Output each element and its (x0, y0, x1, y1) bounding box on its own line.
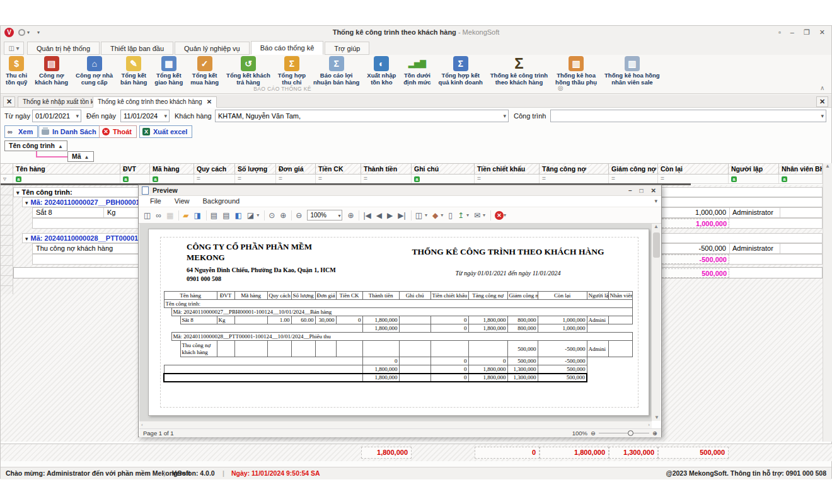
preview-vertical-scrollbar[interactable]: ▲▼ (651, 224, 661, 421)
zoom-out-icon[interactable]: ⊖ (591, 429, 596, 437)
zoom-slider-thumb[interactable] (628, 430, 633, 436)
doc-tab-cong-trinh-theo-khach-hang[interactable]: Thống kê công trình theo khách hàng✕ (93, 96, 217, 108)
project-select[interactable]: ▾ (550, 110, 826, 122)
grid-vertical-scrollbar[interactable]: ▲ (823, 163, 832, 442)
filter-cell[interactable]: = (235, 175, 276, 183)
watermark-icon[interactable]: ◆ (432, 211, 438, 220)
filter-cell[interactable]: = (316, 175, 361, 183)
customer-select[interactable]: KHTAM, Nguyễn Văn Tam,▾ (215, 110, 509, 122)
filter-cell[interactable]: = (276, 175, 316, 183)
chevron-down-icon[interactable]: ▾ (441, 212, 443, 218)
grid-col-con-lai[interactable]: Còn lại (658, 164, 729, 174)
ribbon-item-tong-ket-ban-hang[interactable]: ✎Tổng kết bán hàng (117, 55, 151, 87)
ribbon-item-cong-no-khach-hang[interactable]: ▤Công nợ khách hàng (31, 55, 72, 87)
fullscreen-icon[interactable]: ▫ (778, 28, 781, 37)
filter-cell[interactable]: = (475, 175, 540, 183)
save-icon[interactable]: ◨ (194, 211, 200, 220)
prev-page-icon[interactable]: ◀ (376, 211, 382, 220)
filter-cell[interactable]: a (150, 175, 194, 183)
export-icon[interactable]: ↥ (458, 211, 464, 220)
groupby-project-chip[interactable]: Tên công trình▲ (4, 140, 67, 151)
to-date-input[interactable]: 11/01/2024▾ (120, 110, 170, 122)
zoom-slider[interactable] (599, 433, 649, 433)
preview-menu-overflow-icon[interactable]: ▾ (654, 196, 657, 207)
zoom-out-icon[interactable]: ⊖ (296, 211, 302, 220)
ribbon-item-cong-no-nha-cung-cap[interactable]: ⌂Công nợ nhà cung cấp (72, 55, 117, 87)
chevron-down-icon[interactable]: ▾ (164, 110, 167, 122)
preview-menu-background[interactable]: Background (203, 197, 240, 205)
open-folder-icon[interactable]: ▰ (183, 211, 188, 220)
filter-cell[interactable]: = (540, 175, 609, 183)
view-button[interactable]: ∞Xem (4, 125, 38, 138)
filter-cell[interactable]: = (194, 175, 235, 183)
menu-tab-quan-tri-he-thong[interactable]: Quản trị hệ thống (27, 42, 100, 55)
preview-maximize-icon[interactable]: □ (640, 186, 644, 196)
preview-minimize-icon[interactable]: – (628, 186, 632, 196)
ribbon-item-xuat-nhap-ton-kho[interactable]: ◐Xuất nhập tồn kho (363, 55, 400, 87)
filter-cell[interactable]: a (779, 175, 823, 183)
ribbon-group-dialog-icon[interactable]: ◎ (558, 84, 563, 91)
from-date-input[interactable]: 01/01/2021▾ (32, 110, 81, 122)
grid-col-ten-hang[interactable]: Tên hàng (13, 164, 120, 174)
chevron-down-icon[interactable]: ▾ (425, 212, 427, 218)
ribbon-item-tong-ket-giao-hang[interactable]: ▦Tổng kết giao hàng (151, 55, 187, 87)
chevron-down-icon[interactable]: ▾ (76, 110, 79, 122)
ribbon-item-ton-duoi-dinh-muc[interactable]: ▂▅▇Tồn dưới định mức (400, 55, 434, 87)
email-icon[interactable]: ✉ (474, 211, 480, 220)
page-setup-icon[interactable]: ◫ (144, 211, 151, 220)
grid-col-quy-cach[interactable]: Quy cách (194, 164, 235, 174)
grid-col-don-gia[interactable]: Đơn giá (276, 164, 316, 174)
menu-tab-bao-cao-thong-ke[interactable]: Báo cáo thống kê (251, 41, 324, 55)
grid-col-nhan-vien-bh[interactable]: Nhân viên BH (779, 164, 823, 174)
grid-col-giam-cong-no[interactable]: Giảm công nợ (609, 164, 658, 174)
export-excel-button[interactable]: XXuất excel (139, 125, 192, 138)
ribbon-item-loi-nhuan-ban-hang[interactable]: ΣBáo cáo lợi nhuận bán hàng (309, 55, 363, 87)
hand-tool-icon[interactable]: ⊙ (269, 211, 275, 220)
filter-cell[interactable]: = (361, 175, 412, 183)
scale-icon[interactable]: ◧ (235, 211, 242, 220)
print-list-button[interactable]: In Danh Sách (38, 125, 101, 138)
grid-col-ghi-chu[interactable]: Ghi chú (412, 164, 475, 174)
last-page-icon[interactable]: ▶| (398, 211, 405, 220)
exit-button[interactable]: ✕Thoát (99, 125, 137, 138)
chevron-down-icon[interactable]: ▾ (504, 212, 506, 218)
preview-title-bar[interactable]: Preview – □ ✕ (139, 185, 661, 196)
grid-col-ma-hang[interactable]: Mã hàng (150, 164, 194, 174)
preview-menu-view[interactable]: View (175, 197, 190, 205)
grid-col-so-luong[interactable]: Số lượng (235, 164, 276, 174)
expand-arrow-icon[interactable]: ▾ (25, 236, 28, 242)
menu-tab-thiet-lap-ban-dau[interactable]: Thiết lập ban đầu (101, 42, 173, 55)
grid-col-tien-ck[interactable]: Tiền CK (316, 164, 361, 174)
layout-menu-button[interactable]: ◫ ▾ (4, 42, 24, 55)
ribbon-item-khach-tra-hang[interactable]: ↺Tổng kết khách trả hàng (222, 55, 274, 87)
print-icon[interactable]: ▤ (211, 211, 217, 220)
close-preview-icon[interactable]: ✕ (495, 211, 504, 220)
filter-cell[interactable]: = (609, 175, 658, 183)
grid-col-tang-cong-no[interactable]: Tăng công nợ (540, 164, 609, 174)
preview-horizontal-scrollbar[interactable]: ‹› (139, 421, 652, 428)
grid-col-dvt[interactable]: ĐVT (120, 164, 150, 174)
ribbon-collapse-icon[interactable]: ∧ (820, 84, 824, 91)
multi-page-icon[interactable]: ◫ (415, 211, 422, 220)
background-color-icon[interactable]: ◪ (247, 211, 254, 220)
minimize-icon[interactable]: – (790, 28, 794, 37)
preview-close-icon[interactable]: ✕ (651, 186, 656, 196)
ribbon-item-hoa-hong-nhan-vien-sale[interactable]: ▥Thống kê hoa hồng nhân viên sale (601, 55, 664, 87)
chevron-down-icon[interactable]: ▾ (821, 110, 824, 122)
ribbon-item-hoa-hong-thau-phu[interactable]: ▥Thống kê hoa hồng thầu phụ (552, 55, 601, 87)
filter-cell[interactable]: a (120, 175, 150, 183)
chevron-down-icon[interactable]: ▾ (503, 110, 506, 122)
ribbon-item-cong-trinh-theo-khach-hang[interactable]: ΣThống kê công trình theo khách hàng (487, 55, 552, 87)
grid-col-thanh-tien[interactable]: Thành tiền (361, 164, 412, 174)
find-icon[interactable]: ∞ (156, 211, 161, 220)
preview-menu-file[interactable]: File (150, 197, 161, 205)
close-icon[interactable]: ✕ (819, 28, 825, 37)
magnifier-icon[interactable]: ⊕ (280, 211, 286, 220)
grid-col-nguoi-lap[interactable]: Người lập (729, 164, 779, 174)
ribbon-item-thu-chi-ton-quy[interactable]: $Thu chi tồn quỹ (2, 55, 31, 87)
ribbon-item-tong-hop-thu-chi[interactable]: ΣTổng hợp thu chi (274, 55, 309, 87)
ribbon-item-tong-ket-mua-hang[interactable]: ✓Tổng kết mua hàng (187, 55, 222, 87)
tabbar-close-button[interactable]: ✕ (3, 96, 15, 107)
groupby-code-chip[interactable]: Mã▲ (67, 151, 94, 162)
tab-close-icon[interactable]: ✕ (207, 98, 212, 105)
